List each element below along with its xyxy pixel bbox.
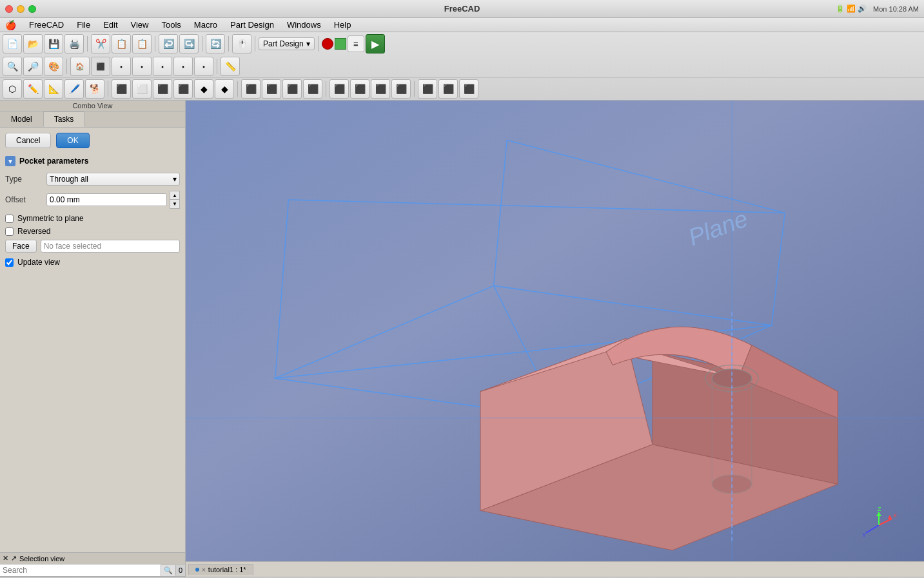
boolean-button[interactable]: ⬛: [418, 79, 437, 99]
menu-macro[interactable]: Macro: [189, 19, 222, 31]
search-button[interactable]: 🔍: [161, 565, 175, 576]
mirrored-button[interactable]: ⬛: [329, 79, 349, 99]
revolution-button[interactable]: ⬛: [153, 79, 172, 99]
menu-help[interactable]: Help: [329, 19, 357, 31]
viewport-tab[interactable]: × tutorial1 : 1*: [188, 564, 253, 575]
svg-text:X: X: [893, 512, 897, 519]
menu-tools[interactable]: Tools: [157, 19, 186, 31]
redo-button[interactable]: ↪️: [179, 34, 199, 53]
fit-all-button[interactable]: 🔍: [3, 57, 22, 76]
macro-editor-button[interactable]: ≡: [348, 35, 364, 52]
select-button[interactable]: 🖱️: [232, 34, 251, 53]
home-view-button[interactable]: 🏠: [70, 57, 90, 76]
additive-loft-button[interactable]: ◆: [194, 79, 213, 99]
tab-tasks[interactable]: Tasks: [43, 111, 85, 127]
print-button[interactable]: 🖨️: [64, 34, 84, 53]
bottom-view-button[interactable]: ▪: [194, 57, 213, 76]
fillet-button[interactable]: ⬛: [241, 79, 260, 99]
draft-button[interactable]: ⬛: [282, 79, 302, 99]
sv-expand-icon[interactable]: ↗: [11, 554, 17, 563]
apple-menu[interactable]: 🍎: [5, 20, 16, 30]
separator-3: [202, 36, 202, 52]
linear-pattern-button[interactable]: ⬛: [350, 79, 369, 99]
new-file-button[interactable]: 📄: [3, 34, 22, 53]
attachment-button[interactable]: 📐: [44, 79, 63, 99]
face-value: No face selected: [41, 240, 180, 253]
menu-part-design[interactable]: Part Design: [225, 19, 279, 31]
reversed-checkbox[interactable]: [5, 227, 14, 236]
menu-view[interactable]: View: [126, 19, 154, 31]
selection-view-header: ✕ ↗ Selection view: [0, 553, 185, 564]
workbench-dropdown[interactable]: Part Design ▾: [259, 37, 315, 50]
record-button[interactable]: [322, 38, 333, 50]
subtractive-loft-button[interactable]: ◆: [215, 79, 234, 99]
symmetric-label: Symmetric to plane: [17, 214, 84, 223]
menu-windows[interactable]: Windows: [282, 19, 326, 31]
update-view-row: Update view: [5, 258, 180, 267]
chamfer-button[interactable]: ⬛: [262, 79, 281, 99]
offset-spinner[interactable]: ▲ ▼: [170, 191, 180, 209]
paste-button[interactable]: 📋: [132, 34, 152, 53]
sketch-tool-button[interactable]: 🖊️: [64, 79, 84, 99]
cut-button[interactable]: ✂️: [91, 34, 110, 53]
selection-view: ✕ ↗ Selection view 🔍 0: [0, 552, 185, 577]
stop-button[interactable]: [335, 38, 346, 50]
search-input[interactable]: [0, 564, 161, 576]
clone-button[interactable]: 🐕: [85, 79, 104, 99]
save-button[interactable]: 💾: [44, 34, 63, 53]
migrate-button[interactable]: ⬛: [438, 79, 458, 99]
left-view-button[interactable]: ▪: [173, 57, 193, 76]
maximize-button[interactable]: [28, 5, 36, 13]
viewport[interactable]: Plane: [186, 101, 924, 577]
tab-indicator: [195, 568, 199, 572]
type-select[interactable]: Through all ▾: [46, 173, 180, 186]
sketch-button[interactable]: ⬡: [3, 79, 22, 99]
menu-edit[interactable]: Edit: [98, 19, 123, 31]
undo-button[interactable]: ↩️: [159, 34, 178, 53]
sketch-edit-button[interactable]: ✏️: [23, 79, 43, 99]
top-view-button[interactable]: ▪: [112, 57, 131, 76]
tab-model[interactable]: Model: [0, 111, 43, 127]
open-file-button[interactable]: 📂: [23, 34, 43, 53]
sv-close-icon[interactable]: ✕: [3, 554, 8, 563]
reversed-label: Reversed: [17, 227, 50, 236]
minimize-button[interactable]: [17, 5, 25, 13]
polar-pattern-button[interactable]: ⬛: [371, 79, 390, 99]
right-view-button[interactable]: ▪: [132, 57, 152, 76]
face-button[interactable]: Face: [5, 240, 37, 253]
update-view-checkbox[interactable]: [5, 258, 14, 267]
toolbar-row-3: ⬡ ✏️ 📐 🖊️ 🐕 ⬛ ⬜ ⬛ ⬛ ◆ ◆ ⬛ ⬛ ⬛ ⬛ ⬛ ⬛ ⬛ ⬛ …: [0, 77, 924, 100]
pocket-parameters-header: ▼ Pocket parameters: [5, 156, 180, 166]
thickness-button[interactable]: ⬛: [303, 79, 322, 99]
run-macro-button[interactable]: ▶: [366, 34, 385, 53]
workbench-label: Part Design: [263, 39, 304, 48]
symmetric-checkbox[interactable]: [5, 215, 14, 223]
separator-p2: [237, 81, 238, 97]
pocket-button[interactable]: ⬜: [132, 79, 152, 99]
refresh-button[interactable]: 🔄: [206, 34, 225, 53]
measure-button[interactable]: 📏: [221, 57, 240, 76]
multitransform-button[interactable]: ⬛: [391, 79, 411, 99]
separator-v2: [217, 59, 217, 74]
menu-file[interactable]: File: [72, 19, 95, 31]
copy-button[interactable]: 📋: [112, 34, 131, 53]
panel-content: Cancel OK ▼ Pocket parameters Type Throu…: [0, 128, 185, 552]
cancel-button[interactable]: Cancel: [5, 133, 51, 148]
groove-button[interactable]: ⬛: [173, 79, 193, 99]
ok-button[interactable]: OK: [56, 133, 89, 148]
offset-input[interactable]: [46, 193, 167, 206]
pad-button[interactable]: ⬛: [112, 79, 131, 99]
pocket-icon: ▼: [5, 156, 15, 166]
extra-button[interactable]: ⬛: [459, 79, 478, 99]
front-view-button[interactable]: ⬛: [91, 57, 110, 76]
rear-view-button[interactable]: ▪: [153, 57, 172, 76]
offset-label: Offset: [5, 195, 44, 204]
draw-style-button[interactable]: 🎨: [44, 57, 63, 76]
svg-marker-29: [876, 512, 881, 516]
menu-freecad[interactable]: FreeCAD: [24, 19, 69, 31]
svg-line-22: [879, 519, 892, 525]
tab-close-icon[interactable]: ×: [202, 566, 206, 573]
svg-text:Y: Y: [862, 532, 866, 538]
fit-selection-button[interactable]: 🔎: [23, 57, 43, 76]
close-button[interactable]: [5, 5, 13, 13]
